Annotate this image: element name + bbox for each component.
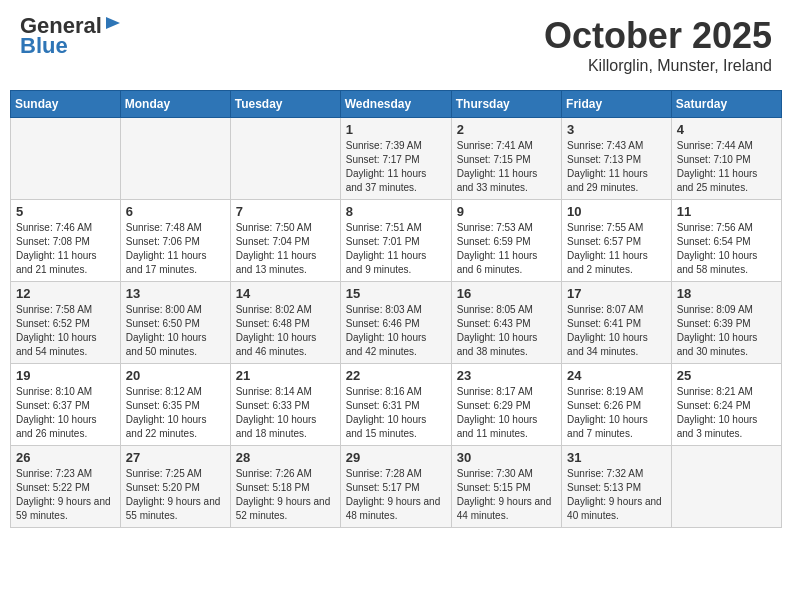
day-info: Sunrise: 7:39 AM Sunset: 7:17 PM Dayligh… [346,139,446,195]
logo-flag-icon [104,15,122,33]
day-info: Sunrise: 7:56 AM Sunset: 6:54 PM Dayligh… [677,221,776,277]
day-info: Sunrise: 8:21 AM Sunset: 6:24 PM Dayligh… [677,385,776,441]
calendar-cell: 30Sunrise: 7:30 AM Sunset: 5:15 PM Dayli… [451,446,561,528]
calendar-cell: 4Sunrise: 7:44 AM Sunset: 7:10 PM Daylig… [671,118,781,200]
day-info: Sunrise: 7:53 AM Sunset: 6:59 PM Dayligh… [457,221,556,277]
calendar-cell [671,446,781,528]
day-number: 11 [677,204,776,219]
header-cell-tuesday: Tuesday [230,91,340,118]
day-number: 28 [236,450,335,465]
logo: General Blue [20,15,122,59]
calendar-cell: 26Sunrise: 7:23 AM Sunset: 5:22 PM Dayli… [11,446,121,528]
day-info: Sunrise: 7:46 AM Sunset: 7:08 PM Dayligh… [16,221,115,277]
calendar-cell: 29Sunrise: 7:28 AM Sunset: 5:17 PM Dayli… [340,446,451,528]
calendar-cell: 2Sunrise: 7:41 AM Sunset: 7:15 PM Daylig… [451,118,561,200]
title-block: October 2025 Killorglin, Munster, Irelan… [544,15,772,75]
calendar-row: 19Sunrise: 8:10 AM Sunset: 6:37 PM Dayli… [11,364,782,446]
calendar-cell: 7Sunrise: 7:50 AM Sunset: 7:04 PM Daylig… [230,200,340,282]
day-number: 6 [126,204,225,219]
calendar-cell: 12Sunrise: 7:58 AM Sunset: 6:52 PM Dayli… [11,282,121,364]
calendar-cell: 1Sunrise: 7:39 AM Sunset: 7:17 PM Daylig… [340,118,451,200]
day-number: 15 [346,286,446,301]
day-number: 27 [126,450,225,465]
day-info: Sunrise: 7:30 AM Sunset: 5:15 PM Dayligh… [457,467,556,523]
calendar-cell: 8Sunrise: 7:51 AM Sunset: 7:01 PM Daylig… [340,200,451,282]
calendar-cell: 15Sunrise: 8:03 AM Sunset: 6:46 PM Dayli… [340,282,451,364]
calendar-cell: 22Sunrise: 8:16 AM Sunset: 6:31 PM Dayli… [340,364,451,446]
day-number: 26 [16,450,115,465]
calendar-cell: 28Sunrise: 7:26 AM Sunset: 5:18 PM Dayli… [230,446,340,528]
calendar-cell: 9Sunrise: 7:53 AM Sunset: 6:59 PM Daylig… [451,200,561,282]
day-number: 8 [346,204,446,219]
calendar-cell: 21Sunrise: 8:14 AM Sunset: 6:33 PM Dayli… [230,364,340,446]
header-cell-friday: Friday [562,91,672,118]
calendar-cell: 27Sunrise: 7:25 AM Sunset: 5:20 PM Dayli… [120,446,230,528]
calendar-cell: 6Sunrise: 7:48 AM Sunset: 7:06 PM Daylig… [120,200,230,282]
calendar-row: 12Sunrise: 7:58 AM Sunset: 6:52 PM Dayli… [11,282,782,364]
day-info: Sunrise: 7:48 AM Sunset: 7:06 PM Dayligh… [126,221,225,277]
header-cell-monday: Monday [120,91,230,118]
day-info: Sunrise: 7:51 AM Sunset: 7:01 PM Dayligh… [346,221,446,277]
day-info: Sunrise: 7:28 AM Sunset: 5:17 PM Dayligh… [346,467,446,523]
calendar-cell: 25Sunrise: 8:21 AM Sunset: 6:24 PM Dayli… [671,364,781,446]
day-number: 10 [567,204,666,219]
day-info: Sunrise: 7:41 AM Sunset: 7:15 PM Dayligh… [457,139,556,195]
day-info: Sunrise: 8:02 AM Sunset: 6:48 PM Dayligh… [236,303,335,359]
day-info: Sunrise: 8:10 AM Sunset: 6:37 PM Dayligh… [16,385,115,441]
day-info: Sunrise: 7:44 AM Sunset: 7:10 PM Dayligh… [677,139,776,195]
calendar-row: 5Sunrise: 7:46 AM Sunset: 7:08 PM Daylig… [11,200,782,282]
page-header: General Blue October 2025 Killorglin, Mu… [10,10,782,80]
day-number: 16 [457,286,556,301]
day-number: 3 [567,122,666,137]
day-info: Sunrise: 7:43 AM Sunset: 7:13 PM Dayligh… [567,139,666,195]
day-number: 20 [126,368,225,383]
day-number: 7 [236,204,335,219]
calendar-cell: 3Sunrise: 7:43 AM Sunset: 7:13 PM Daylig… [562,118,672,200]
calendar-cell [120,118,230,200]
day-info: Sunrise: 7:25 AM Sunset: 5:20 PM Dayligh… [126,467,225,523]
day-number: 1 [346,122,446,137]
header-cell-saturday: Saturday [671,91,781,118]
day-info: Sunrise: 7:26 AM Sunset: 5:18 PM Dayligh… [236,467,335,523]
header-row: SundayMondayTuesdayWednesdayThursdayFrid… [11,91,782,118]
calendar-cell: 18Sunrise: 8:09 AM Sunset: 6:39 PM Dayli… [671,282,781,364]
day-info: Sunrise: 7:58 AM Sunset: 6:52 PM Dayligh… [16,303,115,359]
day-info: Sunrise: 8:19 AM Sunset: 6:26 PM Dayligh… [567,385,666,441]
day-number: 24 [567,368,666,383]
calendar-cell: 5Sunrise: 7:46 AM Sunset: 7:08 PM Daylig… [11,200,121,282]
calendar-cell: 11Sunrise: 7:56 AM Sunset: 6:54 PM Dayli… [671,200,781,282]
calendar-cell: 13Sunrise: 8:00 AM Sunset: 6:50 PM Dayli… [120,282,230,364]
day-info: Sunrise: 8:07 AM Sunset: 6:41 PM Dayligh… [567,303,666,359]
calendar-cell: 14Sunrise: 8:02 AM Sunset: 6:48 PM Dayli… [230,282,340,364]
header-cell-wednesday: Wednesday [340,91,451,118]
day-info: Sunrise: 8:12 AM Sunset: 6:35 PM Dayligh… [126,385,225,441]
calendar-cell: 10Sunrise: 7:55 AM Sunset: 6:57 PM Dayli… [562,200,672,282]
calendar-cell: 31Sunrise: 7:32 AM Sunset: 5:13 PM Dayli… [562,446,672,528]
day-info: Sunrise: 8:05 AM Sunset: 6:43 PM Dayligh… [457,303,556,359]
calendar-cell: 20Sunrise: 8:12 AM Sunset: 6:35 PM Dayli… [120,364,230,446]
day-number: 21 [236,368,335,383]
day-info: Sunrise: 8:16 AM Sunset: 6:31 PM Dayligh… [346,385,446,441]
day-info: Sunrise: 8:00 AM Sunset: 6:50 PM Dayligh… [126,303,225,359]
header-cell-sunday: Sunday [11,91,121,118]
day-number: 29 [346,450,446,465]
calendar-cell: 19Sunrise: 8:10 AM Sunset: 6:37 PM Dayli… [11,364,121,446]
calendar-cell: 16Sunrise: 8:05 AM Sunset: 6:43 PM Dayli… [451,282,561,364]
day-number: 18 [677,286,776,301]
calendar-table: SundayMondayTuesdayWednesdayThursdayFrid… [10,90,782,528]
day-number: 14 [236,286,335,301]
day-number: 23 [457,368,556,383]
day-number: 17 [567,286,666,301]
calendar-cell: 23Sunrise: 8:17 AM Sunset: 6:29 PM Dayli… [451,364,561,446]
month-title: October 2025 [544,15,772,57]
day-number: 30 [457,450,556,465]
day-number: 5 [16,204,115,219]
calendar-cell: 17Sunrise: 8:07 AM Sunset: 6:41 PM Dayli… [562,282,672,364]
day-number: 4 [677,122,776,137]
day-info: Sunrise: 7:32 AM Sunset: 5:13 PM Dayligh… [567,467,666,523]
calendar-row: 1Sunrise: 7:39 AM Sunset: 7:17 PM Daylig… [11,118,782,200]
day-info: Sunrise: 8:17 AM Sunset: 6:29 PM Dayligh… [457,385,556,441]
day-info: Sunrise: 7:55 AM Sunset: 6:57 PM Dayligh… [567,221,666,277]
day-number: 13 [126,286,225,301]
day-number: 31 [567,450,666,465]
